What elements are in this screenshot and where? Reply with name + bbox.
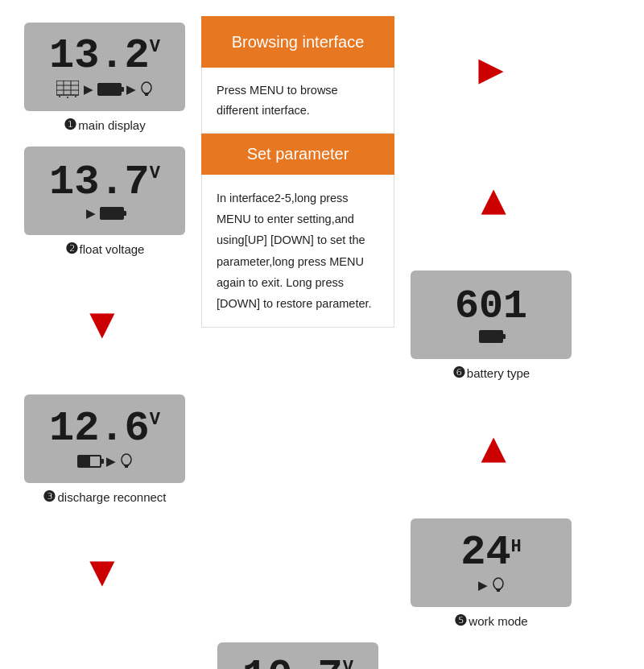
battery-fv-icon — [100, 207, 124, 220]
work-mode-screen: 24H ▶ — [411, 518, 572, 607]
arrow-icon-1: ▶ — [84, 83, 93, 96]
discharge-reconnect-text: discharge reconnect — [57, 490, 166, 504]
browsing-desc: Press MENU to browse different interface… — [217, 84, 338, 117]
main-display-screen: 13.2V ▶ — [24, 23, 185, 111]
discharge-stop-screen: 10.7V — [217, 642, 378, 669]
work-mode-text: work mode — [469, 614, 527, 628]
float-voltage-cell: 13.7V ▶ ❷ float voltage — [24, 147, 185, 258]
bulb-icon-1 — [140, 81, 153, 97]
main-display-icons: ▶ ▶ — [56, 81, 153, 98]
discharge-reconnect-label: ❸ discharge reconnect — [43, 488, 166, 506]
battery-dr-icon — [77, 455, 101, 468]
bulb-icon-wm — [492, 577, 505, 593]
arrow-down-right: ► — [84, 305, 126, 346]
work-mode-icons: ▶ — [478, 577, 505, 593]
arrow-icon-dr: ▶ — [106, 455, 115, 468]
set-title-box: Set parameter — [201, 134, 394, 175]
arrow-down-right2: ► — [84, 553, 126, 594]
work-mode-label: ❺ work mode — [454, 612, 527, 630]
float-voltage-num: ❷ — [65, 240, 78, 258]
center-panel: Browsing interface Press MENU to browse … — [201, 16, 394, 328]
discharge-stop-value: 10.7V — [242, 656, 353, 669]
battery-type-text: battery type — [467, 366, 530, 380]
svg-rect-12 — [124, 465, 129, 466]
svg-point-14 — [493, 578, 503, 589]
discharge-reconnect-num: ❸ — [43, 488, 56, 506]
arrow-icon-fv: ▶ — [86, 207, 95, 220]
arrow-right-top: ► — [470, 48, 511, 90]
arrow-right-down-cell: ► — [84, 305, 125, 347]
svg-rect-16 — [497, 590, 500, 592]
arrow-top-cell: ► — [470, 16, 511, 90]
arrow-up-left2: ► — [470, 429, 512, 470]
browsing-title-box: Browsing interface — [201, 16, 394, 68]
float-voltage-screen: 13.7V ▶ — [24, 147, 185, 235]
discharge-reconnect-value: 12.6V — [49, 408, 160, 450]
arrow-left-up2-cell: ► — [470, 429, 511, 471]
battery-type-screen: 601 — [411, 270, 572, 359]
set-desc: In interface2-5,long press MENU to enter… — [217, 192, 372, 309]
float-voltage-text: float voltage — [80, 242, 145, 256]
solar-icon — [56, 81, 79, 98]
svg-rect-13 — [125, 466, 128, 468]
arrow-up-left: ► — [470, 181, 512, 222]
main-display-text: main display — [78, 118, 145, 132]
arrow-icon-2: ▶ — [126, 83, 135, 96]
svg-point-6 — [59, 96, 60, 97]
battery-full-icon — [97, 83, 122, 96]
svg-point-11 — [122, 454, 131, 465]
battery-bt-icon — [479, 330, 503, 343]
svg-point-8 — [142, 82, 151, 93]
battery-type-num: ❻ — [452, 364, 465, 382]
arrow-icon-wm: ▶ — [478, 579, 487, 592]
main-display-num: ❶ — [64, 116, 76, 134]
set-desc-box: In interface2-5,long press MENU to enter… — [201, 175, 394, 328]
float-voltage-label: ❷ float voltage — [65, 240, 145, 258]
work-mode-num: ❺ — [454, 612, 467, 630]
work-mode-value: 24H — [460, 532, 522, 574]
svg-rect-15 — [496, 588, 501, 590]
main-display-label: ❶ main display — [64, 116, 145, 134]
float-voltage-icons: ▶ — [86, 207, 124, 220]
battery-type-icons — [479, 330, 503, 343]
battery-type-value: 601 — [455, 287, 527, 327]
svg-rect-9 — [144, 93, 149, 94]
battery-type-cell: 601 ❻ battery type — [411, 270, 572, 382]
browsing-desc-box: Press MENU to browse different interface… — [201, 68, 394, 134]
svg-rect-10 — [145, 94, 148, 96]
svg-point-7 — [75, 96, 76, 97]
set-title: Set parameter — [247, 145, 349, 163]
discharge-stop-cell: 10.7V ❹ discharge stop — [217, 642, 378, 669]
page-wrapper: 13.2V ▶ — [8, 0, 636, 669]
battery-type-label: ❻ battery type — [452, 364, 530, 382]
float-voltage-value: 13.7V — [49, 162, 160, 204]
main-grid: 13.2V ▶ — [16, 16, 628, 669]
work-mode-cell: 24H ▶ ❺ work mode — [411, 518, 572, 630]
bulb-icon-dr — [120, 453, 133, 469]
main-display-value: 13.2V — [49, 35, 160, 77]
discharge-reconnect-cell: 12.6V ▶ ❸ discharge reconnect — [24, 394, 185, 506]
arrow-right-down2-cell: ► — [84, 553, 125, 595]
arrow-left-up-cell: ► — [470, 181, 511, 223]
browsing-title: Browsing interface — [232, 33, 365, 51]
discharge-reconnect-icons: ▶ — [77, 453, 133, 469]
svg-rect-0 — [56, 81, 79, 95]
discharge-reconnect-screen: 12.6V ▶ — [24, 394, 185, 483]
main-display-cell: 13.2V ▶ — [24, 23, 185, 134]
